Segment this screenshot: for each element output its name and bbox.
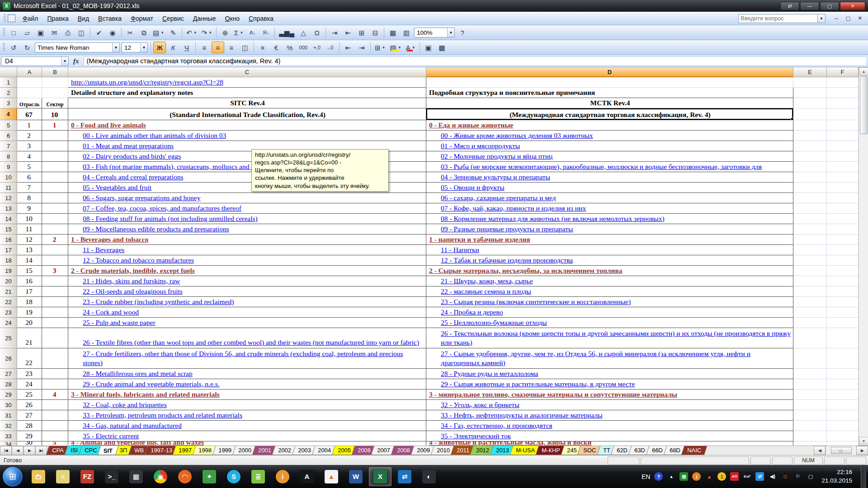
cell-A21[interactable]: 17 bbox=[17, 286, 42, 297]
cell-E2[interactable] bbox=[793, 88, 827, 98]
cell-A10[interactable]: 6 bbox=[17, 172, 42, 183]
cell-A28[interactable]: 24 bbox=[17, 379, 42, 389]
cell-C32[interactable]: 34 - Gas, natural and manufactured bbox=[68, 421, 426, 431]
help-button[interactable]: ? bbox=[456, 27, 469, 38]
cell-E10[interactable] bbox=[793, 172, 827, 183]
row-header-22[interactable]: 22 bbox=[0, 297, 17, 307]
toolbar-grip[interactable] bbox=[3, 28, 5, 37]
cell-E25[interactable] bbox=[793, 328, 827, 348]
cell-B20[interactable] bbox=[42, 276, 68, 286]
cell-C33[interactable]: 35 - Electric current bbox=[68, 431, 426, 441]
row-header-25[interactable]: 25 bbox=[0, 328, 17, 348]
cell-E29[interactable] bbox=[793, 389, 827, 400]
ext2-tray-icon[interactable]: Ext² bbox=[743, 472, 751, 481]
cell-B22[interactable] bbox=[42, 297, 68, 307]
workbook-minimize-button[interactable]: ─ bbox=[832, 14, 841, 23]
cell-B25[interactable] bbox=[42, 328, 68, 348]
cell-F6[interactable] bbox=[827, 131, 859, 141]
cell-F34[interactable] bbox=[827, 441, 859, 446]
sheet-tab-NAIC[interactable]: NAIC bbox=[681, 446, 708, 455]
undo-button[interactable]: ↶▼ bbox=[184, 27, 199, 38]
column-header-D[interactable]: D bbox=[426, 67, 793, 77]
cell-C31[interactable]: 33 - Petroleum, petroleum products and r… bbox=[68, 410, 426, 421]
comma-style-button[interactable]: 000 bbox=[297, 42, 310, 53]
scroll-up-icon[interactable]: ▲ bbox=[859, 67, 868, 76]
autosum-button[interactable]: Σ▼ bbox=[232, 27, 245, 38]
name-box[interactable]: D4 ▼ bbox=[1, 56, 69, 66]
cell-F4[interactable] bbox=[827, 108, 859, 120]
cell-F20[interactable] bbox=[827, 276, 859, 286]
cell-D10[interactable]: 04 - Зерновые культуры и препараты bbox=[426, 172, 793, 183]
filezilla-taskbar-icon[interactable]: FZ bbox=[76, 467, 99, 486]
menu-item-4[interactable]: Формат bbox=[126, 13, 158, 24]
cell-A9[interactable]: 5 bbox=[17, 162, 42, 172]
drawing-button[interactable]: △ bbox=[297, 27, 310, 38]
cell-E3[interactable] bbox=[793, 98, 827, 108]
fx-icon[interactable]: fx bbox=[69, 57, 84, 65]
row-header-12[interactable]: 12 bbox=[0, 193, 17, 203]
cell-C19[interactable]: 2 - Crude materials, inedible, except fu… bbox=[68, 266, 426, 276]
decrease-indent-button[interactable]: ⇤ bbox=[342, 42, 354, 53]
cell-E31[interactable] bbox=[793, 410, 827, 421]
row-header-34[interactable]: 34 bbox=[0, 441, 17, 446]
cell-A29[interactable]: 25 bbox=[17, 389, 42, 400]
cell-B19[interactable]: 3 bbox=[42, 266, 68, 276]
percent-style-button[interactable]: % bbox=[283, 42, 296, 53]
cell-C34[interactable]: 4 - Animal and vegetable oils, fats and … bbox=[68, 441, 426, 446]
save-button[interactable]: ▣ bbox=[34, 27, 47, 38]
horizontal-scroll-thumb[interactable]: ||| bbox=[831, 447, 852, 454]
cell-B18[interactable] bbox=[42, 255, 68, 266]
cell-E16[interactable] bbox=[793, 235, 827, 245]
cell-A5[interactable]: 1 bbox=[17, 120, 42, 131]
chart-wizard-button[interactable]: ▃▆▄ bbox=[277, 27, 296, 38]
cell-D15[interactable]: 09 - Разные пищевые продукты и препараты bbox=[426, 224, 793, 235]
menu-item-2[interactable]: Вид bbox=[73, 13, 94, 24]
row-header-30[interactable]: 30 bbox=[0, 400, 17, 410]
paste-button[interactable]: ▤▼ bbox=[151, 27, 166, 38]
sheet-nav-0[interactable]: |◀ bbox=[0, 446, 12, 455]
cell-E14[interactable] bbox=[793, 214, 827, 224]
cell-B23[interactable] bbox=[42, 307, 68, 318]
ati-tray-icon[interactable]: ATI bbox=[730, 472, 739, 481]
row-header-26[interactable]: 26 bbox=[0, 348, 17, 369]
bold-button[interactable]: Ж bbox=[153, 42, 166, 53]
cell-D2[interactable]: Подробная структура и пояснительные прим… bbox=[426, 88, 793, 98]
cell-F10[interactable] bbox=[827, 172, 859, 183]
sort-ascending-button[interactable]: А↓ bbox=[246, 27, 259, 38]
cell-B30[interactable] bbox=[42, 400, 68, 410]
cell-F23[interactable] bbox=[827, 307, 859, 318]
cell-E8[interactable] bbox=[793, 151, 827, 162]
cell-E5[interactable] bbox=[793, 120, 827, 131]
cell-B29[interactable]: 4 bbox=[42, 389, 68, 400]
skype-taskbar-icon[interactable]: S bbox=[222, 467, 245, 486]
borders-button[interactable]: ⊞▼ bbox=[373, 42, 387, 53]
cell-A30[interactable]: 26 bbox=[17, 400, 42, 410]
cell-E32[interactable] bbox=[793, 421, 827, 431]
dark-app-taskbar-icon[interactable]: ◐ bbox=[418, 467, 440, 486]
cell-A18[interactable]: 14 bbox=[17, 255, 42, 266]
cell-E11[interactable] bbox=[793, 183, 827, 193]
row-header-27[interactable]: 27 bbox=[0, 369, 17, 379]
coin-tray-icon[interactable]: 1 bbox=[717, 472, 726, 481]
start-button[interactable]: ⊞ bbox=[3, 467, 23, 487]
cell-A4[interactable]: 67 bbox=[17, 108, 42, 120]
cell-E28[interactable] bbox=[793, 379, 827, 389]
show-detail-button[interactable]: ⇥ bbox=[328, 27, 341, 38]
cell-D29[interactable]: 3 - минеральное топливо, смазочные матер… bbox=[426, 389, 793, 400]
fill-color-button[interactable]: ▨▼ bbox=[388, 42, 403, 53]
chrome-taskbar-icon[interactable]: ◉ bbox=[149, 467, 172, 486]
cell-C21[interactable]: 22 - Oil-seeds and oleaginous fruits bbox=[68, 286, 426, 297]
row-header-29[interactable]: 29 bbox=[0, 389, 17, 400]
cell-E15[interactable] bbox=[793, 224, 827, 235]
select-all-corner[interactable] bbox=[0, 67, 17, 77]
sheet-nav-1[interactable]: ◀ bbox=[12, 446, 24, 455]
toolbar-grip[interactable] bbox=[3, 43, 5, 52]
column-header-F[interactable]: F bbox=[827, 67, 859, 77]
cell-D18[interactable]: 12 - Табак и табачные изделия производст… bbox=[426, 255, 793, 266]
cell-D3[interactable]: МСТК Rev.4 bbox=[426, 98, 793, 108]
picture-button[interactable]: ▣ bbox=[422, 42, 435, 53]
row-header-3[interactable]: 3 bbox=[0, 98, 17, 108]
row-header-19[interactable]: 19 bbox=[0, 266, 17, 276]
cell-B16[interactable]: 2 bbox=[42, 235, 68, 245]
print-preview-button[interactable]: ◫ bbox=[75, 27, 88, 38]
